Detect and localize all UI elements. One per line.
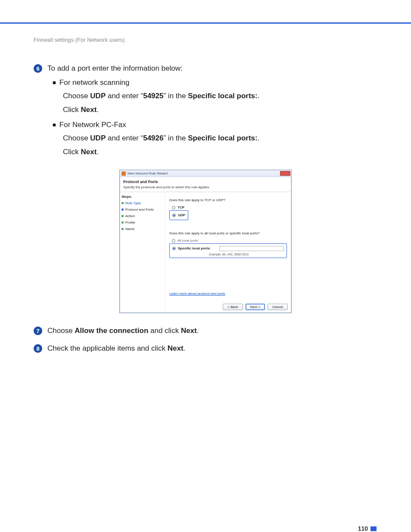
- radio-all-ports[interactable]: All local ports: [169, 238, 287, 243]
- wizard-step-rule-type[interactable]: Rule Type: [121, 201, 163, 205]
- radio-udp[interactable]: UDP: [172, 212, 185, 218]
- wizard-heading: Protocol and Ports: [123, 180, 288, 184]
- page-footer: 110: [34, 525, 377, 532]
- wizard-step-action[interactable]: Action: [121, 214, 163, 218]
- wizard-title-text: New Inbound Rule Wizard: [128, 171, 278, 175]
- substep-head: For network scanning: [59, 78, 130, 88]
- step-number-6: 6: [34, 64, 42, 73]
- wizard-titlebar: New Inbound Rule Wizard: [120, 170, 291, 177]
- substep-line-choose: Choose UDP and enter “54926” in the Spec…: [63, 133, 377, 144]
- radio-icon: [172, 206, 175, 209]
- wizard-header: Protocol and Ports Specify the protocols…: [120, 177, 291, 192]
- wizard-question-protocol: Does this rule apply to TCP or UDP?: [169, 198, 287, 202]
- step-7: 7 Choose Allow the connection and click …: [34, 326, 377, 336]
- wizard-question-ports: Does this rule apply to all local ports …: [169, 231, 287, 235]
- page-accent-icon: [371, 526, 377, 531]
- cancel-button[interactable]: Cancel: [268, 304, 288, 310]
- substep-line-choose: Choose UDP and enter “54925” in the Spec…: [63, 90, 377, 102]
- wizard-step-profile[interactable]: Profile: [121, 221, 163, 224]
- substep-head: For Network PC-Fax: [59, 120, 126, 130]
- wizard-main-panel: Does this rule apply to TCP or UDP? TCP …: [165, 192, 291, 313]
- radio-icon: [172, 214, 176, 217]
- wizard-steps-panel: Steps: Rule Type Protocol and Ports Acti…: [120, 192, 165, 313]
- substep-line-click: Click Next.: [63, 104, 377, 115]
- wizard-step-name[interactable]: Name: [121, 227, 163, 231]
- substep-line-click: Click Next.: [63, 146, 377, 158]
- square-bullet-icon: ■: [53, 121, 56, 128]
- next-button[interactable]: Next >: [246, 304, 265, 310]
- radio-icon: [172, 247, 176, 250]
- wizard-step-protocol[interactable]: Protocol and Ports: [121, 208, 163, 212]
- top-bar: [0, 0, 411, 24]
- step-8-text: Check the applicable items and click Nex…: [47, 344, 185, 354]
- step-number-7: 7: [34, 327, 42, 335]
- ports-example-text: Example: 80, 443, 5000-5010: [209, 253, 284, 256]
- wizard-screenshot: New Inbound Rule Wizard Protocol and Por…: [34, 170, 377, 313]
- shield-icon: [121, 171, 126, 176]
- specific-ports-input[interactable]: [219, 246, 284, 251]
- learn-more-link[interactable]: Learn more about protocol and ports: [169, 292, 225, 296]
- breadcrumb: Firewall settings (For Network users): [34, 37, 377, 43]
- step-6-text: To add a port enter the information belo…: [47, 64, 183, 74]
- page-body: Firewall settings (For Network users) 6 …: [0, 24, 411, 532]
- square-bullet-icon: ■: [53, 79, 56, 86]
- radio-specific-ports[interactable]: Specific local ports:: [172, 246, 211, 251]
- step-number-8: 8: [34, 344, 42, 353]
- wizard-desc: Specify the protocols and ports to which…: [123, 185, 288, 189]
- specific-ports-highlight: Specific local ports: Example: 80, 443, …: [169, 243, 287, 258]
- substep-network-pcfax: ■ For Network PC-Fax Choose UDP and ente…: [53, 120, 377, 158]
- radio-udp-highlight: UDP: [169, 210, 188, 220]
- wizard-steps-label: Steps:: [121, 195, 163, 199]
- wizard-dialog: New Inbound Rule Wizard Protocol and Por…: [119, 170, 292, 313]
- step-6: 6 To add a port enter the information be…: [34, 64, 377, 158]
- back-button[interactable]: < Back: [223, 304, 243, 310]
- radio-tcp[interactable]: TCP: [169, 205, 287, 210]
- close-icon[interactable]: [280, 171, 290, 176]
- step-8: 8 Check the applicable items and click N…: [34, 344, 377, 354]
- substep-network-scanning: ■ For network scanning Choose UDP and en…: [53, 78, 377, 116]
- radio-icon: [172, 239, 175, 243]
- page-number: 110: [358, 525, 368, 532]
- step-7-text: Choose Allow the connection and click Ne…: [47, 326, 199, 336]
